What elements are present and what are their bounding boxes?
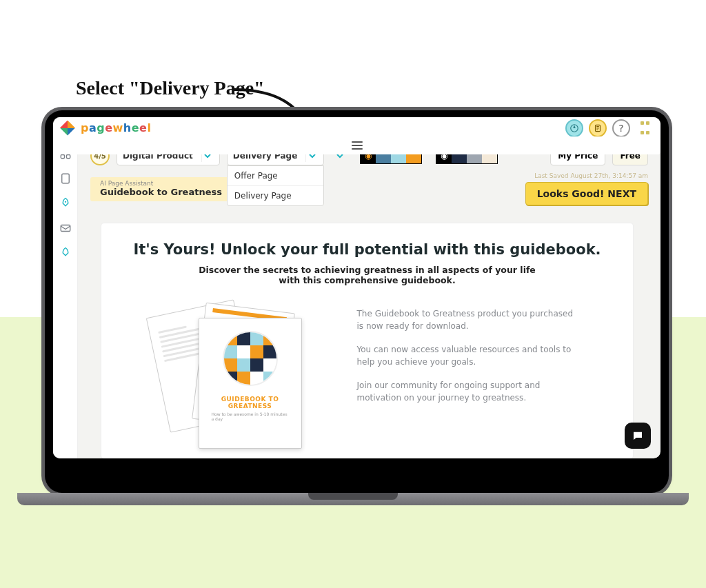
next-button[interactable]: Looks Good! NEXT: [525, 182, 648, 205]
page-headline[interactable]: It's Yours! Unlock your full potential w…: [129, 241, 605, 258]
chat-icon: [632, 429, 644, 442]
svg-point-7: [64, 201, 65, 203]
app-header: pagewheel ?: [53, 117, 660, 139]
brand-wordmark: pagewheel: [81, 121, 151, 134]
laptop-screen: pagewheel ? 4/5: [53, 117, 660, 458]
laptop-frame: pagewheel ? 4/5: [45, 110, 669, 493]
side-rail: [53, 139, 78, 458]
page-type-option-delivery[interactable]: Delivery Page: [228, 185, 324, 205]
svg-rect-6: [61, 174, 69, 183]
page-icon[interactable]: [59, 172, 72, 185]
annotation-text: Select "Delivery Page": [76, 77, 265, 99]
chat-fab[interactable]: [625, 423, 651, 449]
header-compass-button[interactable]: [565, 119, 583, 137]
cover-title: GUIDEBOOK TO GREATNESS: [212, 396, 289, 409]
mail-icon[interactable]: [59, 222, 72, 234]
svg-rect-4: [61, 155, 64, 159]
header-notes-button[interactable]: [589, 119, 607, 137]
laptop-base: [17, 493, 689, 509]
assistant-label: AI Page Assistant: [100, 180, 222, 187]
cover-subtitle: How to be awesome in 5-10 minutes a day: [212, 412, 289, 421]
hamburger-menu-icon[interactable]: [53, 136, 660, 154]
page-subhead[interactable]: Discover the secrets to achieving greatn…: [188, 265, 547, 285]
svg-rect-5: [66, 155, 70, 159]
ai-assistant-chip[interactable]: AI Page Assistant Guidebook to Greatness: [90, 177, 232, 201]
last-saved-text: Last Saved August 27th, 3:14:57 am: [534, 172, 648, 179]
body-paragraph: You can now access valuable resources an…: [357, 343, 578, 368]
page-type-option-offer[interactable]: Offer Page: [228, 166, 324, 185]
product-mockup[interactable]: GUIDEBOOK TO GREATNESS How to be awesome…: [157, 307, 330, 445]
assistant-title: Guidebook to Greatness: [100, 187, 222, 197]
mockup-cover: GUIDEBOOK TO GREATNESS How to be awesome…: [199, 318, 302, 449]
page-type-menu: Offer Page Delivery Page: [227, 165, 325, 206]
page-body-text[interactable]: The Guidebook to Greatness product you p…: [357, 307, 578, 415]
body-paragraph: The Guidebook to Greatness product you p…: [357, 307, 578, 332]
page-canvas: It's Yours! Unlock your full potential w…: [101, 223, 633, 458]
rocket-icon-2[interactable]: [59, 247, 72, 259]
apps-grid-icon[interactable]: [636, 119, 654, 137]
help-button[interactable]: ?: [612, 119, 630, 137]
rocket-icon[interactable]: [59, 197, 72, 210]
svg-rect-8: [61, 225, 70, 232]
cover-pattern-icon: [223, 331, 278, 386]
pinwheel-logo-icon: [60, 121, 75, 136]
toolbar-row-2: AI Page Assistant Guidebook to Greatness…: [90, 172, 648, 205]
body-paragraph: Join our community for ongoing support a…: [357, 379, 578, 404]
